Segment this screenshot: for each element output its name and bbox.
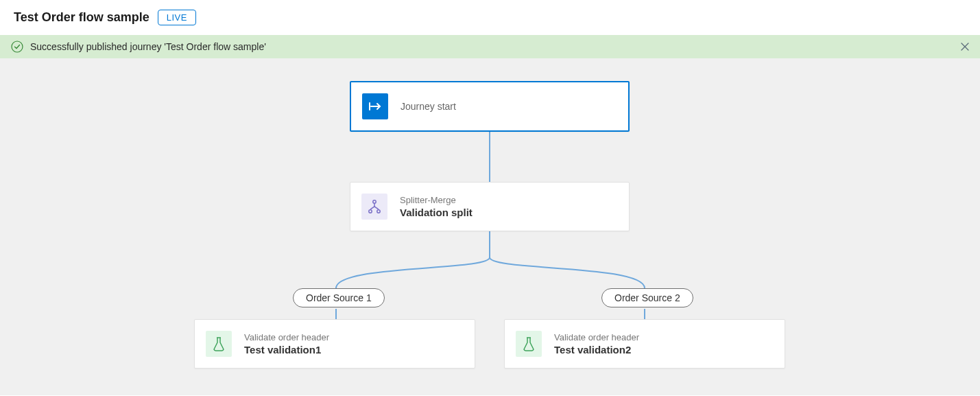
svg-point-2 (369, 210, 372, 213)
page-header: Test Order flow sample LIVE (0, 0, 980, 35)
split-icon (361, 194, 387, 220)
splitter-type-label: Splitter-Merge (400, 195, 473, 205)
start-icon (362, 93, 388, 119)
status-badge: LIVE (158, 10, 196, 25)
branch-label-2[interactable]: Order Source 2 (601, 288, 693, 307)
splitter-title: Validation split (400, 207, 473, 218)
splitter-node[interactable]: Splitter-Merge Validation split (350, 182, 630, 231)
svg-point-3 (377, 210, 380, 213)
validate1-title: Test validation1 (244, 344, 329, 356)
journey-start-node[interactable]: Journey start (350, 81, 630, 132)
checkmark-icon (11, 40, 23, 53)
validate1-type-label: Validate order header (244, 332, 329, 342)
notification-text: Successfully published journey 'Test Ord… (30, 41, 266, 52)
flask-icon (206, 331, 232, 357)
close-icon[interactable] (959, 41, 970, 52)
page-title: Test Order flow sample (14, 10, 150, 25)
journey-canvas[interactable]: Journey start Splitter-Merge Validation … (0, 58, 980, 395)
branch-label-1[interactable]: Order Source 1 (293, 288, 385, 307)
flask-icon (516, 331, 542, 357)
validate-node-1[interactable]: Validate order header Test validation1 (194, 319, 475, 369)
validate-node-2[interactable]: Validate order header Test validation2 (504, 319, 785, 369)
svg-point-0 (12, 41, 23, 52)
validate2-title: Test validation2 (554, 344, 639, 356)
start-node-label: Journey start (401, 101, 456, 112)
svg-point-1 (373, 200, 376, 203)
success-notification: Successfully published journey 'Test Ord… (0, 35, 980, 58)
validate2-type-label: Validate order header (554, 332, 639, 342)
